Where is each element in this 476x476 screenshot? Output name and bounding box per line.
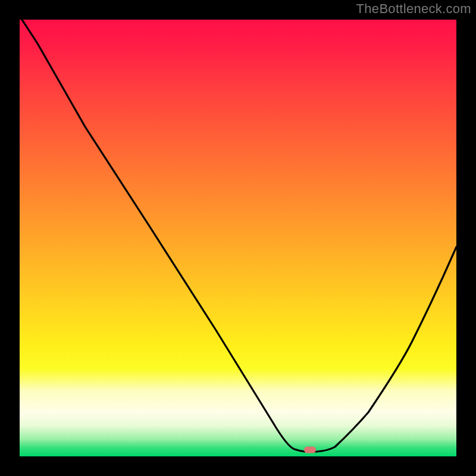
optimal-marker	[304, 446, 316, 453]
chart-container: TheBottleneck.com	[0, 0, 476, 476]
watermark-text: TheBottleneck.com	[356, 1, 471, 17]
curve-svg	[20, 20, 456, 456]
plot-area	[20, 20, 456, 456]
bottleneck-curve	[20, 20, 456, 452]
